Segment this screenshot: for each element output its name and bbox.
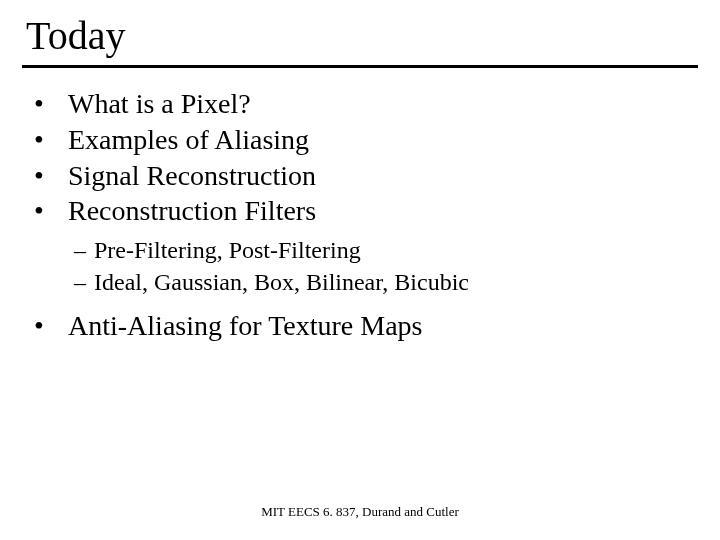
bullet-icon: • [30,122,68,158]
bullet-list: • What is a Pixel? • Examples of Aliasin… [22,86,698,229]
bullet-icon: • [30,158,68,194]
list-item: • Anti-Aliasing for Texture Maps [30,308,698,344]
bullet-text: Anti-Aliasing for Texture Maps [68,308,422,344]
slide-title: Today [22,12,698,59]
slide-footer: MIT EECS 6. 837, Durand and Cutler [0,504,720,520]
bullet-text: Signal Reconstruction [68,158,316,194]
sub-bullet-text: Ideal, Gaussian, Box, Bilinear, Bicubic [94,267,469,298]
list-item: • Reconstruction Filters [30,193,698,229]
bullet-text: Reconstruction Filters [68,193,316,229]
list-item: – Pre-Filtering, Post-Filtering [74,235,698,266]
dash-icon: – [74,267,94,298]
bullet-icon: • [30,308,68,344]
bullet-text: Examples of Aliasing [68,122,309,158]
bullet-text: What is a Pixel? [68,86,251,122]
bullet-icon: • [30,86,68,122]
list-item: • What is a Pixel? [30,86,698,122]
bullet-list: • Anti-Aliasing for Texture Maps [22,308,698,344]
list-item: – Ideal, Gaussian, Box, Bilinear, Bicubi… [74,267,698,298]
dash-icon: – [74,235,94,266]
title-rule [22,65,698,68]
list-item: • Examples of Aliasing [30,122,698,158]
list-item: • Signal Reconstruction [30,158,698,194]
sub-bullet-list: – Pre-Filtering, Post-Filtering – Ideal,… [22,235,698,297]
bullet-icon: • [30,193,68,229]
sub-bullet-text: Pre-Filtering, Post-Filtering [94,235,361,266]
